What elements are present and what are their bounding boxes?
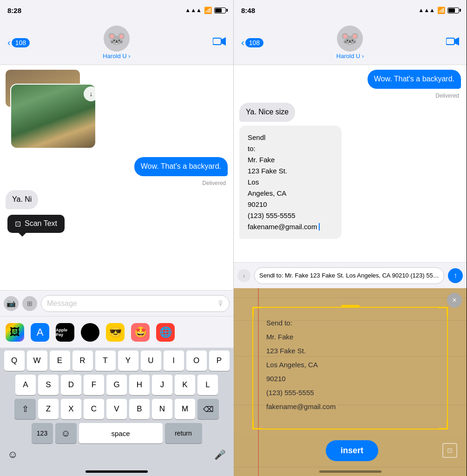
key-C[interactable]: C [84,399,104,419]
emoji-bottom-icon[interactable]: ☺ [7,449,18,461]
mic-bottom-icon[interactable]: 🎤 [214,449,226,460]
key-J[interactable]: J [152,375,172,395]
keyboard-row-1: Q W E R T Y U I O P [0,348,233,372]
card-line-8: (123) 555-5555 [248,210,333,221]
right-contact-name[interactable]: Harold U › [336,53,364,60]
apps-button[interactable]: ⊞ [22,296,37,311]
right-message-input[interactable]: Sendl to: Mr. Fake 123 Fake St. Los Ange… [254,267,444,284]
left-messages-area: ↓ Wow. That's a backyard. Delivered Ya. … [0,65,233,290]
scan-text-tooltip[interactable]: ⊡ Scan Text [7,215,65,233]
received-section: Ya. Ni [6,190,228,209]
key-R[interactable]: R [72,350,93,371]
left-contact-name[interactable]: Harold U › [103,53,130,60]
globe-icon[interactable]: 🌐 [156,323,175,342]
camera-button[interactable]: 📷 [4,296,19,311]
scan-corner-tl [252,307,262,316]
right-signal-icon: ▲▲▲ [418,7,435,13]
right-chevron-icon: › [362,53,364,60]
scan-handle [341,305,360,307]
photo-stack[interactable]: ↓ [6,70,99,153]
space-key[interactable]: space [79,423,163,443]
address-card-bubble[interactable]: Sendl to: Mr. Fake 123 Fake St. Los Ange… [239,126,342,239]
key-D[interactable]: D [61,375,81,395]
key-E[interactable]: E [50,350,70,371]
photos-app-icon[interactable]: 🖼 [6,323,24,342]
left-status-icons: ▲▲▲ 📶 [185,7,226,14]
right-status-time: 8:48 [241,7,255,14]
camera-scan-area: Send to: Mr. Fake 123 Fake St. Los Angel… [234,288,467,476]
left-home-indicator [86,470,148,473]
activity-icon[interactable]: ⊚ [81,323,99,342]
right-back-arrow-icon: ‹ [241,37,244,48]
scan-close-button[interactable]: × [447,293,462,308]
key-W[interactable]: W [27,350,47,371]
right-back-button[interactable]: ‹ 108 [241,37,274,48]
key-S[interactable]: S [38,375,59,395]
stickers-icon[interactable]: 🤩 [131,323,150,342]
key-Z[interactable]: Z [38,399,59,419]
key-T[interactable]: T [95,350,116,371]
apps-icon: ⊞ [27,300,33,307]
right-back-badge[interactable]: 108 [245,38,263,47]
send-button[interactable]: ↑ [448,268,463,283]
key-I[interactable]: I [164,350,184,371]
key-K[interactable]: K [175,375,195,395]
memoji-icon[interactable]: 😎 [106,323,125,342]
notification-dot [360,26,363,28]
shift-key[interactable]: ⇧ [14,399,36,419]
key-A[interactable]: A [15,375,36,395]
key-N[interactable]: N [152,399,172,419]
left-nav-center[interactable]: 🐭 Harold U › [103,26,130,60]
key-U[interactable]: U [141,350,161,371]
right-expand-button[interactable]: › [237,269,250,282]
delete-key[interactable]: ⌫ [197,399,219,419]
sent-bubble-row-1: Wow. That's a backyard. [6,157,228,176]
back-arrow-icon: ‹ [7,37,11,48]
left-back-button[interactable]: ‹ 108 [7,37,40,48]
chevron-icon: › [128,53,130,60]
left-home-bar [0,467,233,476]
wifi-icon: 📶 [204,7,212,14]
scan-corner-tr [439,307,448,316]
key-H[interactable]: H [129,375,150,395]
download-button[interactable]: ↓ [84,86,99,101]
card-line-9: fakename@gmail.com [248,221,333,232]
applepay-icon[interactable]: Apple Pay [56,323,74,342]
received-bubble-1[interactable]: Ya. Ni [6,190,38,209]
right-received-bubble[interactable]: Ya. Nice size [239,103,295,122]
return-key[interactable]: return [165,423,202,443]
right-video-button[interactable] [427,37,459,49]
left-keyboard: Q W E R T Y U I O P A S D F G H J K L ⇧ … [0,348,233,476]
right-sent-bubble[interactable]: Wow. That's a backyard. [368,70,461,89]
back-badge[interactable]: 108 [12,38,30,47]
left-bottom-bar: ☺ 🎤 [0,446,233,467]
card-line-4: 123 Fake St. [248,165,333,177]
key-L[interactable]: L [197,375,218,395]
key-F[interactable]: F [84,375,104,395]
hw-line-7: fakename@gmail.com [266,400,335,414]
key-Y[interactable]: Y [118,350,138,371]
right-nav-center[interactable]: 🐭 Harold U › [336,26,364,60]
hw-line-6: (123) 555-5555 [266,386,335,400]
key-O[interactable]: O [186,350,207,371]
key-B[interactable]: B [129,399,150,419]
scan-corner-bl [252,420,262,430]
send-icon: ↑ [454,271,457,280]
key-G[interactable]: G [106,375,127,395]
right-input-bar: › Sendl to: Mr. Fake 123 Fake St. Los An… [234,262,467,288]
numbers-key[interactable]: 123 [32,423,53,443]
key-Q[interactable]: Q [4,350,25,371]
message-placeholder: Message [47,299,77,308]
sent-bubble-1[interactable]: Wow. That's a backyard. [134,157,228,176]
message-input[interactable]: Message 🎙 [41,295,230,312]
key-M[interactable]: M [175,399,195,419]
svg-marker-1 [221,37,226,46]
key-V[interactable]: V [106,399,127,419]
key-P[interactable]: P [209,350,230,371]
key-X[interactable]: X [61,399,81,419]
appstore-icon[interactable]: A [31,323,49,342]
right-panel: 8:48 ▲▲▲ 📶 ‹ 108 🐭 Harold U › [233,0,467,476]
left-status-bar: 8:28 ▲▲▲ 📶 [0,0,233,20]
emoji-key[interactable]: ☺ [55,423,77,443]
left-video-button[interactable] [193,37,226,49]
